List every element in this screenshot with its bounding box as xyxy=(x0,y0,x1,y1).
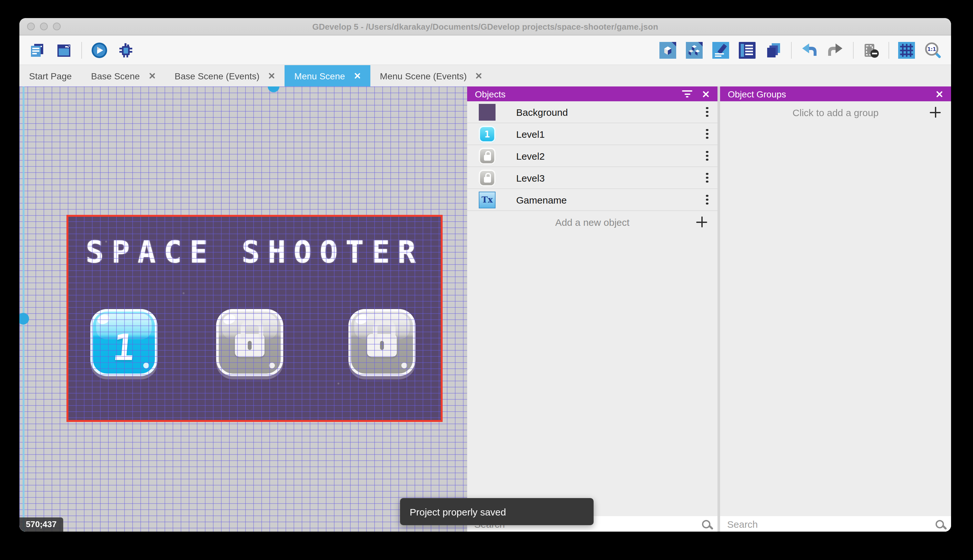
object-menu-kebab-icon[interactable] xyxy=(706,151,708,161)
window-title: GDevelop 5 - /Users/dkarakay/Documents/G… xyxy=(312,22,658,31)
object-name: Level3 xyxy=(516,172,545,183)
scene-title-text[interactable]: SPACE SHOOTER xyxy=(67,234,443,270)
tab-base-scene[interactable]: Base Scene xyxy=(81,65,165,87)
tab-start-page[interactable]: Start Page xyxy=(19,65,81,87)
add-group-button[interactable]: Click to add a group xyxy=(720,101,951,123)
add-group-label: Click to add a group xyxy=(793,107,879,118)
open-object-groups-panel-button[interactable] xyxy=(685,41,703,59)
object-groups-panel: Object Groups Click to add a group xyxy=(720,87,951,532)
toggle-window-mask-button[interactable] xyxy=(862,41,880,59)
tab-close-icon[interactable] xyxy=(268,72,275,79)
groups-search-bar xyxy=(720,516,951,532)
add-new-object-button[interactable]: Add a new object xyxy=(467,211,718,233)
editor-content: SPACE SHOOTER 1 xyxy=(19,87,951,532)
add-new-object-label: Add a new object xyxy=(555,217,630,227)
open-objects-panel-button[interactable] xyxy=(659,41,677,59)
scene-window-button[interactable] xyxy=(55,41,73,59)
toggle-grid-button[interactable] xyxy=(898,41,916,59)
close-objects-panel-icon[interactable] xyxy=(702,90,710,98)
open-layers-panel-button[interactable] xyxy=(765,41,783,59)
filter-icon[interactable] xyxy=(681,90,693,97)
tab-close-icon[interactable] xyxy=(353,72,361,79)
toolbar-separator xyxy=(888,42,889,58)
minimize-window-button[interactable] xyxy=(40,23,48,30)
object-name: Level1 xyxy=(516,128,545,139)
level2-button-object[interactable] xyxy=(216,309,283,376)
objects-panel-header: Objects xyxy=(467,87,718,101)
panel-divider[interactable] xyxy=(718,87,720,532)
level1-button-object[interactable]: 1 xyxy=(90,309,157,376)
cursor-coordinates: 570;437 xyxy=(19,517,63,532)
object-menu-kebab-icon[interactable] xyxy=(706,173,708,183)
undo-icon xyxy=(801,42,818,58)
lock-icon xyxy=(367,334,397,357)
object-name: Level2 xyxy=(516,150,545,161)
tab-label: Menu Scene (Events) xyxy=(380,71,467,81)
scene-background[interactable]: SPACE SHOOTER 1 xyxy=(67,215,443,422)
tab-label: Base Scene (Events) xyxy=(175,71,259,81)
close-window-button[interactable] xyxy=(27,23,35,30)
search-icon xyxy=(702,520,710,528)
tab-base-scene-events[interactable]: Base Scene (Events) xyxy=(165,65,285,87)
object-menu-kebab-icon[interactable] xyxy=(706,195,708,205)
open-instances-list-button[interactable] xyxy=(738,41,756,59)
button-shine-dot xyxy=(402,363,407,368)
groups-search-input[interactable] xyxy=(727,518,930,529)
selection-handle-top[interactable] xyxy=(268,87,279,92)
titlebar: GDevelop 5 - /Users/dkarakay/Documents/G… xyxy=(19,18,951,35)
level3-button-object[interactable] xyxy=(348,309,415,376)
object-name: Background xyxy=(516,107,568,117)
maximize-window-button[interactable] xyxy=(53,23,61,30)
lock-icon xyxy=(235,334,265,357)
object-name: Gamename xyxy=(516,194,567,205)
toolbar-separator xyxy=(81,42,82,58)
object-row-level2[interactable]: Level2 xyxy=(467,145,718,167)
selection-handle-left[interactable] xyxy=(19,313,29,325)
instances-list-icon xyxy=(739,42,756,58)
plus-icon[interactable] xyxy=(696,217,707,227)
object-row-level3[interactable]: Level3 xyxy=(467,167,718,189)
debug-icon xyxy=(117,42,134,58)
open-properties-panel-button[interactable] xyxy=(712,41,730,59)
text-object-thumbnail: Tx xyxy=(479,191,495,208)
object-row-level1[interactable]: 1 Level1 xyxy=(467,123,718,145)
zoom-reset-button[interactable]: 1:1 xyxy=(924,41,942,59)
project-manager-button[interactable] xyxy=(28,41,47,59)
objects-panel-title: Objects xyxy=(475,89,672,99)
toast-message: Project properly saved xyxy=(410,506,506,517)
object-row-background[interactable]: Background xyxy=(467,101,718,123)
redo-button[interactable] xyxy=(826,41,845,59)
tab-label: Start Page xyxy=(29,71,72,81)
locked-thumbnail xyxy=(479,147,495,164)
level1-number: 1 xyxy=(88,318,160,376)
undo-button[interactable] xyxy=(800,41,818,59)
selection-edge-line xyxy=(23,87,25,532)
tab-menu-scene[interactable]: Menu Scene xyxy=(285,65,370,87)
tab-label: Menu Scene xyxy=(294,71,345,81)
search-icon xyxy=(936,520,944,528)
toolbar-separator xyxy=(853,42,854,58)
properties-pencil-icon xyxy=(712,42,729,58)
object-groups-icon xyxy=(686,42,703,58)
debugger-button[interactable] xyxy=(117,41,135,59)
object-menu-kebab-icon[interactable] xyxy=(706,107,708,117)
save-toast: Project properly saved xyxy=(400,498,594,525)
tab-close-icon[interactable] xyxy=(475,72,482,79)
redo-icon xyxy=(827,42,844,58)
preview-play-button[interactable] xyxy=(90,41,108,59)
tab-bar: Start Page Base Scene Base Scene (Events… xyxy=(19,65,951,87)
object-menu-kebab-icon[interactable] xyxy=(706,129,708,139)
close-object-groups-panel-icon[interactable] xyxy=(936,90,943,98)
toolbar-separator xyxy=(791,42,792,58)
scene-canvas[interactable]: SPACE SHOOTER 1 xyxy=(19,87,467,532)
object-row-gamename[interactable]: Tx Gamename xyxy=(467,189,718,211)
scene-window-icon xyxy=(55,42,72,58)
tab-close-icon[interactable] xyxy=(148,72,155,79)
locked-thumbnail xyxy=(479,169,495,186)
level1-thumbnail: 1 xyxy=(479,125,495,142)
grid-icon xyxy=(898,42,915,58)
plus-icon[interactable] xyxy=(930,107,941,118)
layers-icon xyxy=(765,42,782,58)
tab-menu-scene-events[interactable]: Menu Scene (Events) xyxy=(370,65,492,87)
traffic-lights xyxy=(27,18,61,35)
